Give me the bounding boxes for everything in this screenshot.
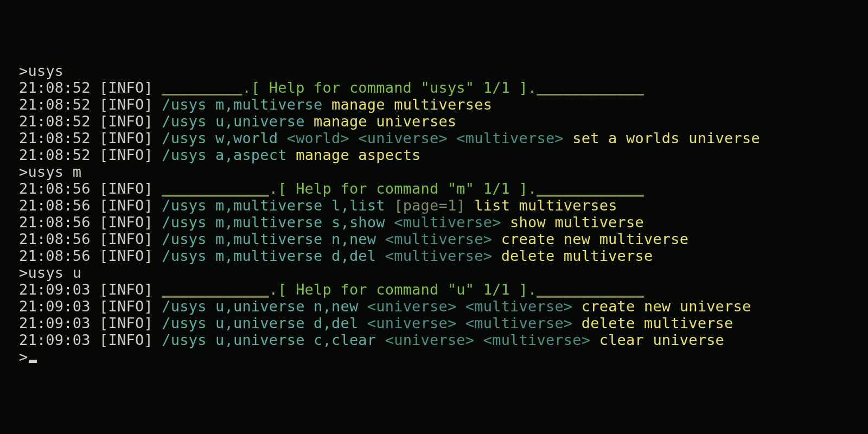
help-args: <multiverse> <box>394 214 501 231</box>
help-divider: ____________ <box>537 79 643 96</box>
terminal-line: 21:08:52 [INFO] /usys m,multiverse manag… <box>19 96 868 113</box>
help-command: /usys m,multiverse d,del <box>162 247 376 264</box>
help-description: list multiverses <box>474 197 617 214</box>
terminal-line: 21:08:52 [INFO] /usys w,world <world> <u… <box>19 130 868 146</box>
timestamp: 21:09:03 <box>19 281 99 298</box>
terminal-line: 21:08:56 [INFO] /usys m,multiverse l,lis… <box>19 197 868 214</box>
terminal-line: 21:09:03 [INFO] ____________.[ Help for … <box>19 281 868 298</box>
terminal-line: >usys u <box>19 264 868 281</box>
log-level: [INFO] <box>99 331 162 348</box>
help-optional: [page=1] <box>394 197 465 214</box>
log-level: [INFO] <box>99 130 162 146</box>
timestamp: 21:09:03 <box>19 298 99 315</box>
help-command: /usys u,universe n,new <box>162 298 358 315</box>
help-command: /usys u,universe c,clear <box>162 331 376 348</box>
help-header: .[ Help for command "u" 1/1 ]. <box>269 281 537 298</box>
help-divider: ____________ <box>537 180 643 197</box>
help-description: delete multiverse <box>501 247 653 264</box>
typed-command: usys u <box>28 264 81 281</box>
timestamp: 21:09:03 <box>19 315 99 331</box>
terminal-line: 21:08:56 [INFO] /usys m,multiverse s,sho… <box>19 214 868 231</box>
help-header: .[ Help for command "usys" 1/1 ]. <box>242 79 537 96</box>
help-command: /usys a,aspect <box>162 146 286 163</box>
prompt-char: > <box>19 62 28 79</box>
terminal-line: 21:08:52 [INFO] _________.[ Help for com… <box>19 79 868 96</box>
timestamp: 21:08:56 <box>19 231 99 247</box>
help-args: <universe> <multiverse> <box>385 331 590 348</box>
log-level: [INFO] <box>99 113 162 130</box>
log-level: [INFO] <box>99 298 162 315</box>
help-command: /usys u,universe <box>162 113 304 130</box>
log-level: [INFO] <box>99 96 162 113</box>
terminal-line: >usys <box>19 62 868 79</box>
timestamp: 21:08:56 <box>19 214 99 231</box>
help-description: manage aspects <box>296 146 420 163</box>
log-level: [INFO] <box>99 315 162 331</box>
log-level: [INFO] <box>99 180 162 197</box>
help-command: /usys w,world <box>162 130 278 146</box>
cursor[interactable] <box>29 360 37 363</box>
timestamp: 21:08:56 <box>19 197 99 214</box>
terminal-line: 21:08:56 [INFO] /usys m,multiverse d,del… <box>19 247 868 264</box>
terminal-output[interactable]: >usys21:08:52 [INFO] _________.[ Help fo… <box>0 0 868 365</box>
typed-command: usys <box>28 62 63 79</box>
help-command: /usys u,universe d,del <box>162 315 358 331</box>
terminal-line: 21:09:03 [INFO] /usys u,universe n,new <… <box>19 298 868 315</box>
help-args: <world> <universe> <multiverse> <box>287 130 564 146</box>
terminal-line: 21:08:56 [INFO] /usys m,multiverse n,new… <box>19 231 868 247</box>
log-level: [INFO] <box>99 214 162 231</box>
help-command: /usys m,multiverse l,list <box>162 197 385 214</box>
help-description: manage universes <box>314 113 456 130</box>
terminal-line: 21:08:52 [INFO] /usys u,universe manage … <box>19 113 868 130</box>
timestamp: 21:08:52 <box>19 130 99 146</box>
terminal-line: 21:08:52 [INFO] /usys a,aspect manage as… <box>19 146 868 163</box>
terminal-line: >usys m <box>19 163 868 180</box>
help-divider: ____________ <box>162 281 269 298</box>
help-args: <multiverse> <box>385 247 492 264</box>
help-command: /usys m,multiverse s,show <box>162 214 385 231</box>
terminal-line: > <box>19 348 868 365</box>
prompt-char: > <box>19 163 28 180</box>
help-args: <multiverse> <box>385 231 492 247</box>
help-description: set a worlds universe <box>572 130 760 146</box>
help-description: show multiverse <box>510 214 644 231</box>
help-description: manage multiverses <box>331 96 492 113</box>
timestamp: 21:08:52 <box>19 146 99 163</box>
help-divider: ____________ <box>537 281 643 298</box>
prompt-char: > <box>19 348 28 365</box>
timestamp: 21:08:52 <box>19 113 99 130</box>
terminal-line: 21:09:03 [INFO] /usys u,universe c,clear… <box>19 331 868 348</box>
help-description: create new universe <box>582 298 751 315</box>
help-divider: ____________ <box>162 180 269 197</box>
timestamp: 21:08:52 <box>19 96 99 113</box>
log-level: [INFO] <box>99 231 162 247</box>
timestamp: 21:08:52 <box>19 79 99 96</box>
help-header: .[ Help for command "m" 1/1 ]. <box>269 180 537 197</box>
help-divider: _________ <box>162 79 242 96</box>
log-level: [INFO] <box>99 281 162 298</box>
help-command: /usys m,multiverse <box>162 96 322 113</box>
help-args: <universe> <multiverse> <box>367 298 572 315</box>
help-args: <universe> <multiverse> <box>367 315 572 331</box>
help-description: create new multiverse <box>501 231 689 247</box>
log-level: [INFO] <box>99 79 162 96</box>
help-description: clear universe <box>599 331 724 348</box>
timestamp: 21:08:56 <box>19 247 99 264</box>
log-level: [INFO] <box>99 146 162 163</box>
help-command: /usys m,multiverse n,new <box>162 231 376 247</box>
terminal-line: 21:08:56 [INFO] ____________.[ Help for … <box>19 180 868 197</box>
typed-command: usys m <box>28 163 81 180</box>
timestamp: 21:09:03 <box>19 331 99 348</box>
prompt-char: > <box>19 264 28 281</box>
log-level: [INFO] <box>99 247 162 264</box>
log-level: [INFO] <box>99 197 162 214</box>
help-description: delete multiverse <box>582 315 733 331</box>
terminal-line: 21:09:03 [INFO] /usys u,universe d,del <… <box>19 315 868 331</box>
timestamp: 21:08:56 <box>19 180 99 197</box>
